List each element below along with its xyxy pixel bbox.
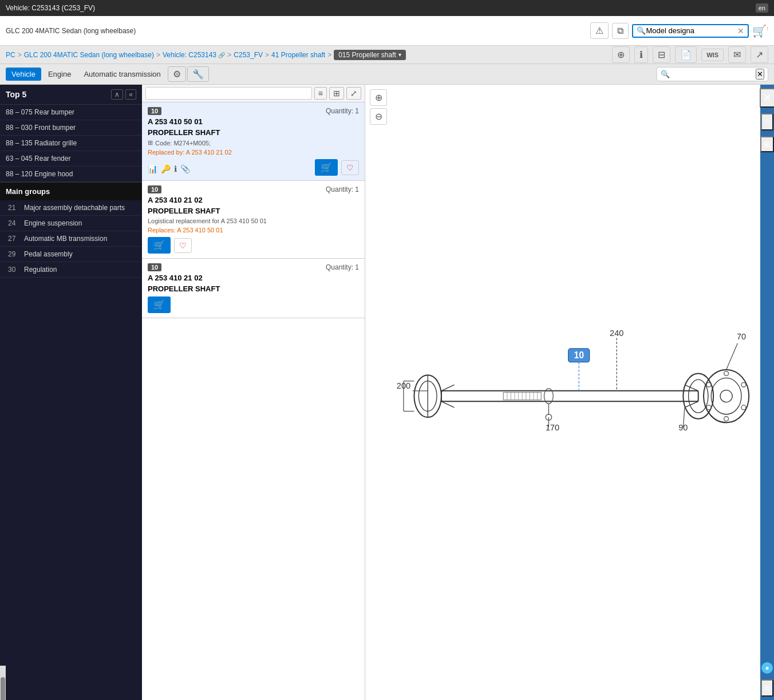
breadcrumb-dropdown-arrow: ▾ (398, 52, 401, 58)
sidebar-group-24[interactable]: 24 Engine suspension (0, 216, 142, 231)
part-clip-icon-1[interactable]: 📎 (180, 164, 190, 173)
edge-icon-3[interactable]: ⊞ (760, 136, 774, 152)
sidebar-group-27[interactable]: 27 Automatic MB transmission (0, 231, 142, 247)
toolbar-search: 🔍 ✕ (657, 67, 768, 81)
part-actions-1: 📊 🔑 ℹ 📎 🛒 ♡ (148, 159, 359, 176)
table-icon: ⊞ (148, 139, 153, 147)
top5-item-radiator[interactable]: 88 – 135 Radiator grille (0, 136, 142, 151)
part-info-icon-1[interactable]: ℹ (174, 164, 177, 173)
warning-button[interactable]: ⚠ (590, 22, 609, 39)
main-groups-header: Main groups (0, 183, 142, 200)
svg-text:10: 10 (574, 350, 584, 360)
add-cart-btn-2[interactable]: 🛒 (148, 237, 171, 254)
parts-search-input[interactable] (145, 87, 312, 100)
part-card-1[interactable]: 10 Quantity: 1 A 253 410 50 01 PROPELLER… (142, 102, 365, 181)
sidebar-group-30[interactable]: 30 Regulation (0, 262, 142, 278)
sidebar-group-29[interactable]: 29 Pedal assembly (0, 247, 142, 262)
breadcrumb-pc[interactable]: PC (6, 51, 15, 59)
breadcrumb-vehicle[interactable]: Vehicle: C253143 🔗 (163, 51, 225, 59)
part-icons-1: 📊 🔑 ℹ 📎 (148, 164, 190, 173)
zoom-out-ctrl[interactable]: ⊖ (370, 108, 387, 125)
toolbar-tabs: Vehicle Engine Automatic transmission ⚙ … (6, 66, 209, 82)
add-cart-btn-1[interactable]: 🛒 (315, 159, 338, 176)
breadcrumb-glc[interactable]: GLC 200 4MATIC Sedan (long wheelbase) (24, 51, 154, 59)
export-button[interactable]: ↗ (751, 46, 768, 63)
expand-btn[interactable]: ⤢ (346, 87, 361, 100)
part-actions-3: 🛒 (148, 296, 359, 313)
right-panel: ✕ ○ ⊞ ● ≡ ⊕ ⊖ (365, 85, 774, 700)
svg-text:70: 70 (737, 332, 746, 341)
filter-button[interactable]: ⊟ (653, 46, 670, 63)
toolbar-clear-btn[interactable]: ✕ (756, 69, 764, 80)
part-number-text-2: A 253 410 21 02 (148, 196, 359, 204)
right-edge-toolbar: ✕ ○ ⊞ ● ≡ (760, 85, 774, 700)
mail-button[interactable]: ✉ (728, 46, 746, 63)
part-logistical-2: Logistical replacement for A 253 410 50 … (148, 217, 359, 224)
part-key-icon-1[interactable]: 🔑 (161, 164, 171, 173)
group-num-24: 24 (8, 219, 19, 227)
part-qty-3: Quantity: 1 (326, 263, 359, 271)
part-card-1-header: 10 Quantity: 1 (148, 107, 359, 115)
group-label-29: Pedal assembly (24, 250, 73, 258)
collapse-buttons: ∧ « (111, 89, 136, 100)
part-data-icon-1[interactable]: 📊 (148, 164, 157, 173)
top5-item-rear-bumper[interactable]: 88 – 075 Rear bumper (0, 105, 142, 120)
header-bar: GLC 200 4MATIC Sedan (long wheelbase) ⚠ … (0, 16, 774, 46)
sidebar-scrollbar[interactable] (0, 666, 6, 700)
zoom-in-ctrl[interactable]: ⊕ (370, 89, 387, 106)
part-pos-2: 10 (148, 185, 161, 193)
copy-button[interactable]: ⧉ (612, 23, 629, 39)
group-num-27: 27 (8, 235, 19, 243)
breadcrumb-41[interactable]: 41 Propeller shaft (271, 51, 325, 59)
part-pos-1: 10 (148, 107, 161, 115)
parts-list: 10 Quantity: 1 A 253 410 50 01 PROPELLER… (142, 102, 365, 700)
sidebar-group-21[interactable]: 21 Major assembly detachable parts (0, 200, 142, 216)
collapse-btn[interactable]: ∧ (111, 89, 123, 100)
diagram-controls: ⊕ ⊖ (370, 89, 387, 125)
sidebar-scrollbar-thumb (1, 677, 5, 700)
doc-button[interactable]: 📄 (675, 46, 697, 63)
model-search-input[interactable] (646, 26, 737, 35)
group-label-24: Engine suspension (24, 219, 82, 227)
wishlist-btn-2[interactable]: ♡ (174, 238, 192, 253)
part-name-1: PROPELLER SHAFT (148, 128, 359, 137)
part-actions-2: 🛒 ♡ (148, 237, 359, 254)
tab-settings-icon[interactable]: ⚙ (168, 66, 186, 82)
edge-icon-1[interactable]: ✕ (760, 88, 775, 108)
lang-badge: en (756, 3, 768, 13)
toolbar-search-input[interactable] (670, 70, 756, 78)
vehicle-info: GLC 200 4MATIC Sedan (long wheelbase) (6, 27, 136, 35)
header-actions: ⚠ ⧉ 🔍 ✕ 🛒! (590, 22, 768, 39)
search-clear-button[interactable]: ✕ (737, 26, 744, 35)
info-button[interactable]: ℹ (634, 46, 648, 63)
add-cart-btn-3[interactable]: 🛒 (148, 296, 171, 313)
breadcrumb-c253fv[interactable]: C253_FV (234, 51, 263, 59)
part-number-text-1: A 253 410 50 01 (148, 117, 359, 126)
grid-view-btn[interactable]: ⊞ (329, 87, 344, 100)
search-icon: 🔍 (637, 26, 646, 35)
breadcrumb-current[interactable]: 015 Propeller shaft ▾ (334, 50, 406, 60)
edge-icon-2[interactable]: ○ (761, 113, 773, 130)
tab-automatic-transmission[interactable]: Automatic transmission (78, 68, 166, 81)
part-card-2-header: 10 Quantity: 1 (148, 185, 359, 193)
model-search-bar: 🔍 ✕ (632, 24, 749, 38)
top5-item-front-bumper[interactable]: 88 – 030 Front bumper (0, 120, 142, 136)
wishlist-btn-1[interactable]: ♡ (341, 160, 359, 175)
cart-button[interactable]: 🛒! (752, 24, 768, 38)
tab-engine[interactable]: Engine (42, 68, 77, 81)
group-label-30: Regulation (24, 266, 57, 274)
part-card-3[interactable]: 10 Quantity: 1 A 253 410 21 02 PROPELLER… (142, 259, 365, 318)
edge-icon-4[interactable]: ≡ (761, 679, 773, 697)
tab-vehicle[interactable]: Vehicle (6, 68, 41, 81)
collapse-all-btn[interactable]: « (125, 89, 136, 100)
toolbar-search-area: 🔍 ✕ (657, 67, 768, 81)
zoom-in-button[interactable]: ⊕ (612, 46, 630, 63)
edge-blue-dot[interactable]: ● (761, 662, 773, 674)
wis-button[interactable]: WIS (701, 49, 724, 61)
tab-extra-icon[interactable]: 🔧 (187, 66, 209, 82)
list-view-btn[interactable]: ≡ (314, 87, 327, 100)
part-card-2[interactable]: 10 Quantity: 1 A 253 410 21 02 PROPELLER… (142, 181, 365, 259)
top5-item-rear-fender[interactable]: 63 – 045 Rear fender (0, 151, 142, 167)
part-meta-1: ⊞ Code: M274+M005; (148, 139, 359, 147)
top5-item-engine-hood[interactable]: 88 – 120 Engine hood (0, 167, 142, 182)
